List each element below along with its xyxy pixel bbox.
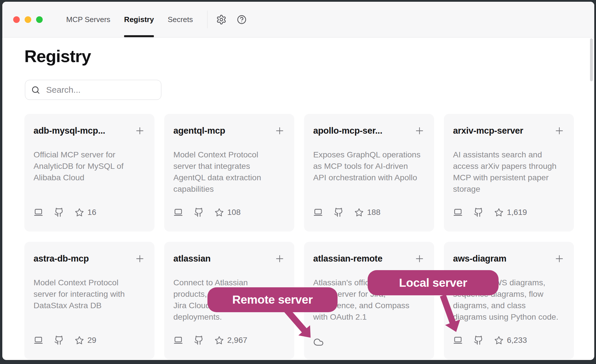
card-title: agentql-mcp <box>173 126 225 136</box>
github-icon <box>194 335 204 345</box>
search-box[interactable] <box>25 80 161 100</box>
star-count: 29 <box>87 336 96 345</box>
card-description: Model Context Protocol server that integ… <box>173 149 285 195</box>
card-footer: 108 <box>173 207 241 217</box>
server-card[interactable]: astra-db-mcp Model Context Protocol serv… <box>24 242 154 359</box>
traffic-lights <box>13 16 43 23</box>
laptop-icon <box>34 335 43 345</box>
add-server-button[interactable] <box>554 125 565 136</box>
star-count: 108 <box>227 208 241 217</box>
plus-icon <box>414 125 425 136</box>
remote-server-callout: Remote server <box>207 287 338 312</box>
registry-grid: adb-mysql-mcp... Official MCP server for… <box>24 114 594 359</box>
card-title: arxiv-mcp-server <box>453 126 523 136</box>
card-description: Model Context Protocol server for intera… <box>34 277 145 311</box>
star-icon <box>494 336 503 345</box>
server-card[interactable]: arxiv-mcp-server AI assistants search an… <box>444 114 574 232</box>
add-server-button[interactable] <box>554 253 565 264</box>
add-server-button[interactable] <box>274 253 285 264</box>
card-title: astra-db-mcp <box>34 254 89 264</box>
tab-mcp-servers[interactable]: MCP Servers <box>59 2 117 37</box>
laptop-icon <box>453 207 463 217</box>
laptop-icon <box>173 335 183 345</box>
star-count: 2,967 <box>227 336 247 345</box>
tab-secrets[interactable]: Secrets <box>161 2 200 37</box>
scrollbar-thumb[interactable] <box>590 38 593 81</box>
help-button[interactable] <box>236 14 247 25</box>
titlebar: MCP Servers Registry Secrets <box>2 2 594 37</box>
card-description: AI assistants search and access arXiv pa… <box>453 149 565 195</box>
toolbar-divider <box>207 11 207 28</box>
card-title: apollo-mcp-ser... <box>313 126 382 136</box>
plus-icon <box>554 125 565 136</box>
star-count: 6,233 <box>507 336 527 345</box>
laptop-icon <box>34 207 43 217</box>
app-window: MCP Servers Registry Secrets <box>2 2 594 360</box>
card-title: atlassian <box>173 254 211 264</box>
card-title: atlassian-remote <box>313 254 383 264</box>
card-title: aws-diagram <box>453 254 506 264</box>
star-count: 188 <box>367 208 381 217</box>
star-icon <box>215 208 224 217</box>
server-card[interactable]: agentql-mcp Model Context Protocol serve… <box>164 114 294 232</box>
server-card[interactable]: aws-diagram Generate AWS diagrams, seque… <box>444 242 574 359</box>
star-count: 1,619 <box>507 208 527 217</box>
card-description: Exposes GraphQL operations as MCP tools … <box>313 149 425 183</box>
add-server-button[interactable] <box>134 253 145 264</box>
star-icon <box>75 336 84 345</box>
card-footer: 16 <box>34 207 96 217</box>
search-icon <box>31 85 40 95</box>
card-footer: 1,619 <box>453 207 527 217</box>
server-card[interactable]: apollo-mcp-ser... Exposes GraphQL operat… <box>304 114 434 232</box>
add-server-button[interactable] <box>414 253 425 264</box>
card-footer <box>313 337 324 347</box>
cloud-icon <box>313 337 324 347</box>
github-icon <box>474 335 483 345</box>
registry-page: Registry adb-mysql-mcp... Official MCP s… <box>2 47 594 359</box>
github-icon <box>54 335 64 345</box>
github-icon <box>194 207 204 217</box>
plus-icon <box>134 125 145 136</box>
plus-icon <box>414 253 425 264</box>
add-server-button[interactable] <box>274 125 285 136</box>
page-title: Registry <box>24 47 594 66</box>
github-icon <box>474 207 483 217</box>
help-icon <box>236 14 247 25</box>
card-title: adb-mysql-mcp... <box>34 126 105 136</box>
github-icon <box>54 207 64 217</box>
minimize-button[interactable] <box>25 16 31 23</box>
star-icon <box>215 336 224 345</box>
tab-registry[interactable]: Registry <box>117 2 161 37</box>
main-tabs: MCP Servers Registry Secrets <box>59 2 200 37</box>
star-icon <box>494 208 503 217</box>
plus-icon <box>134 253 145 264</box>
card-footer: 29 <box>34 335 96 345</box>
card-footer: 2,967 <box>173 335 247 345</box>
star-count: 16 <box>87 208 96 217</box>
star-icon <box>75 208 84 217</box>
local-server-callout: Local server <box>368 270 499 295</box>
add-server-button[interactable] <box>134 125 145 136</box>
card-footer: 6,233 <box>453 335 527 345</box>
plus-icon <box>274 125 285 136</box>
laptop-icon <box>453 335 463 345</box>
laptop-icon <box>313 207 323 217</box>
card-description: Official MCP server for AnalyticDB for M… <box>34 149 145 183</box>
plus-icon <box>274 253 285 264</box>
add-server-button[interactable] <box>414 125 425 136</box>
github-icon <box>334 207 344 217</box>
search-input[interactable] <box>46 85 155 95</box>
settings-button[interactable] <box>216 14 227 25</box>
close-button[interactable] <box>13 16 20 23</box>
star-icon <box>354 208 364 217</box>
server-card[interactable]: adb-mysql-mcp... Official MCP server for… <box>24 114 154 232</box>
gear-icon <box>216 14 227 25</box>
zoom-button[interactable] <box>36 16 43 23</box>
laptop-icon <box>173 207 183 217</box>
card-footer: 188 <box>313 207 381 217</box>
plus-icon <box>554 253 565 264</box>
